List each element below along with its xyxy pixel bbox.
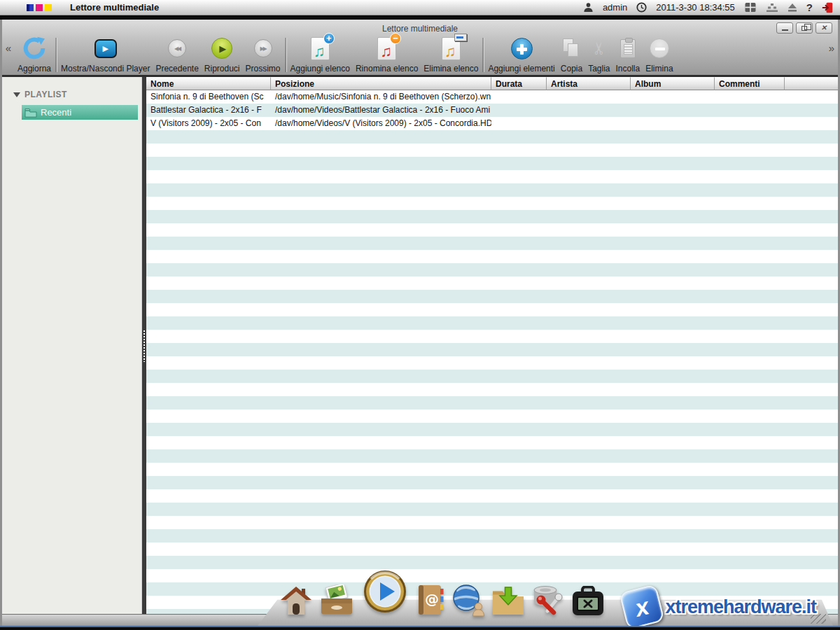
close-icon	[821, 24, 827, 31]
logout-icon[interactable]	[822, 2, 833, 13]
toolbar-scroll-right[interactable]	[825, 42, 838, 54]
copy-button[interactable]: Copia	[558, 35, 585, 74]
column-header-commenti[interactable]: Commenti	[715, 77, 785, 90]
table-row[interactable]: Sinfonia n. 9 di Beethoven (Sc /dav/home…	[146, 90, 838, 104]
minimize-button[interactable]	[776, 22, 793, 34]
copy-icon	[563, 35, 580, 62]
disk-tools-icon[interactable]	[531, 583, 566, 620]
system-bar-title: Lettore multimediale	[70, 2, 159, 13]
remove-icon	[650, 35, 669, 62]
toolbar-separator	[55, 38, 57, 72]
refresh-button[interactable]: Aggiorna	[15, 35, 54, 74]
playlist-delete-icon: ♫	[442, 35, 461, 62]
next-button[interactable]: ▶▶ Prossimo	[243, 35, 284, 74]
minimize-icon	[782, 29, 788, 31]
folder-icon	[24, 108, 37, 118]
rename-playlist-button[interactable]: ♫− Rinomina elenco	[353, 35, 421, 74]
network-hub-icon[interactable]	[766, 3, 778, 13]
svg-text:@: @	[425, 591, 439, 608]
desktop-bottom-edge	[0, 626, 840, 630]
table-header: Nome Posizione Durata Artista Album Comm…	[146, 77, 838, 90]
logged-in-user[interactable]: admin	[603, 2, 627, 13]
help-icon[interactable]: ?	[806, 1, 813, 13]
add-items-icon	[511, 35, 533, 62]
cut-icon	[592, 35, 606, 62]
media-player-window: Lettore multimediale Aggiorna Mostra/Nas…	[0, 20, 840, 626]
system-tools-icon[interactable]	[570, 586, 606, 620]
play-icon	[211, 35, 232, 62]
table-row[interactable]: V (Visitors 2009) - 2x05 - Con /dav/home…	[146, 117, 838, 130]
splitter-grip-icon	[143, 330, 146, 362]
paste-icon	[620, 35, 636, 62]
restore-button[interactable]	[796, 22, 813, 34]
top-system-bar: Lettore multimediale admin 2011-3-30 18:…	[0, 0, 840, 15]
column-header-nome[interactable]: Nome	[146, 77, 271, 90]
restore-icon	[802, 26, 807, 31]
site-watermark: x xtremehardware.it	[623, 588, 816, 626]
watermark-text: xtremehardware.it	[665, 596, 816, 618]
collapse-triangle-icon	[13, 92, 20, 97]
previous-icon: ◀◀	[168, 35, 186, 62]
table-row[interactable]: Battlestar Galactica - 2x16 - F /dav/hom…	[146, 104, 838, 117]
previous-button[interactable]: ◀◀ Precedente	[153, 35, 201, 74]
close-button[interactable]	[816, 22, 832, 34]
refresh-icon	[21, 35, 48, 62]
download-station-icon[interactable]	[491, 584, 526, 620]
toggle-player-button[interactable]: Mostra/Nascondi Player	[58, 35, 153, 74]
playlist-rename-icon: ♫−	[377, 35, 396, 62]
topbar-separator	[0, 15, 840, 20]
nas-logo	[27, 4, 52, 11]
window-toolbar: Lettore multimediale Aggiorna Mostra/Nas…	[2, 20, 838, 77]
add-playlist-button[interactable]: ♫+ Aggiungi elenco	[288, 35, 353, 74]
next-icon: ▶▶	[254, 35, 272, 62]
system-datetime: 2011-3-30 18:34:55	[656, 2, 735, 13]
sidebar-item-recenti[interactable]: Recenti	[22, 105, 138, 120]
address-book-icon[interactable]: @	[415, 583, 446, 620]
home-icon[interactable]	[279, 584, 314, 620]
column-header-posizione[interactable]: Posizione	[271, 77, 491, 90]
play-button[interactable]: Riproduci	[202, 35, 243, 74]
cut-button[interactable]: Taglia	[585, 35, 612, 74]
playlist-section-header[interactable]: PLAYLIST	[13, 90, 141, 99]
watermark-logo: x	[620, 584, 665, 629]
toolbar-scroll-left[interactable]	[2, 42, 15, 54]
column-header-album[interactable]: Album	[631, 77, 715, 90]
toolbar-separator	[285, 38, 286, 72]
apps-grid-icon[interactable]	[744, 2, 757, 13]
table-body: Sinfonia n. 9 di Beethoven (Sc /dav/home…	[146, 90, 838, 614]
photo-station-icon[interactable]	[318, 584, 355, 620]
paste-button[interactable]: Incolla	[613, 35, 643, 74]
web-users-icon[interactable]	[451, 583, 486, 620]
player-toggle-icon	[94, 35, 117, 62]
eject-icon[interactable]	[788, 4, 797, 12]
user-icon	[583, 2, 594, 13]
media-list: Nome Posizione Durata Artista Album Comm…	[146, 77, 838, 614]
playlist-add-icon: ♫+	[311, 35, 330, 62]
delete-items-button[interactable]: Elimina	[643, 35, 676, 74]
column-header-spacer	[785, 77, 838, 90]
media-player-icon[interactable]	[363, 569, 407, 617]
playlist-sidebar: PLAYLIST Recenti	[2, 77, 142, 614]
column-header-durata[interactable]: Durata	[491, 77, 547, 90]
column-header-artista[interactable]: Artista	[547, 77, 631, 90]
window-title: Lettore multimediale	[2, 24, 838, 34]
add-items-button[interactable]: Aggiungi elementi	[485, 35, 557, 74]
toolbar-separator	[482, 38, 484, 72]
clock-icon	[636, 2, 647, 13]
delete-playlist-button[interactable]: ♫ Elimina elenco	[421, 35, 481, 74]
